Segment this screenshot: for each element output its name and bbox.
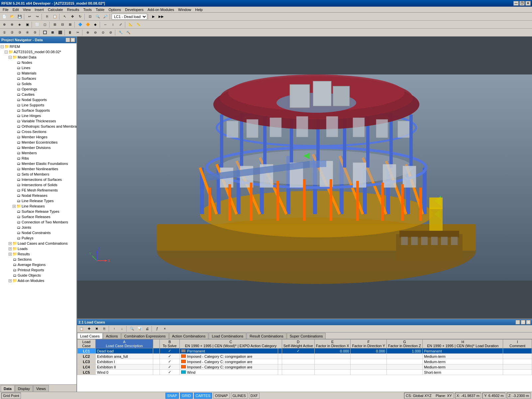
bt-6[interactable]: ↓ xyxy=(118,326,126,332)
paste-btn[interactable]: 📋 xyxy=(51,13,58,20)
tree-item-openings[interactable]: + 🗂 Openings xyxy=(0,86,76,92)
tree-item-ribs[interactable]: + 🗂 Ribs xyxy=(0,156,76,161)
tb3-13[interactable]: ⊙ xyxy=(99,29,107,36)
bt-7[interactable]: 🔍 xyxy=(128,326,136,332)
zoom-fit-btn[interactable]: ⊡ xyxy=(86,13,94,20)
tree-item-nodal-supports[interactable]: + 🗂 Nodal Supports xyxy=(0,97,76,102)
tree-item-members[interactable]: + 🗂 Members xyxy=(0,150,76,156)
tab-result-combinations[interactable]: Result Combinations xyxy=(247,333,286,339)
zoom-in-btn[interactable]: 🔍 xyxy=(94,13,101,20)
menu-calculate[interactable]: Calculate xyxy=(46,7,65,12)
bottom-close[interactable]: ✕ xyxy=(526,320,531,325)
tree-expand-lcc[interactable]: + xyxy=(9,242,12,245)
bt-3[interactable]: ✖ xyxy=(93,326,100,332)
tree-item-member-ecc[interactable]: + 🗂 Member Eccentricities xyxy=(0,140,76,145)
menu-developers[interactable]: Developers xyxy=(123,7,146,12)
tb2-13[interactable]: ↔ xyxy=(102,21,109,28)
bt-4[interactable]: ⎘ xyxy=(101,326,108,332)
tree-item-lines[interactable]: + 🗂 Lines xyxy=(0,65,76,70)
tree-item-nodal-releases[interactable]: + 🗂 Nodal Releases xyxy=(0,193,76,198)
glines-button[interactable]: GLINES xyxy=(231,393,248,399)
tb2-4[interactable]: ▣ xyxy=(24,21,31,28)
tree-item-fe-mesh[interactable]: + 🗂 FE Mesh Refinements xyxy=(0,188,76,193)
table-row[interactable]: LC2 Exhibition area_full ✓ Imposed - Cat… xyxy=(77,354,532,359)
tree-item-member-nonlin[interactable]: + 🗂 Member Nonlinearities xyxy=(0,166,76,172)
tb3-8[interactable]: ⬛ xyxy=(56,29,64,36)
undo-btn[interactable]: ↩ xyxy=(26,13,33,20)
grid-button[interactable]: GRID xyxy=(180,393,193,399)
tree-item-line-supports[interactable]: + 🗂 Line Supports xyxy=(0,102,76,108)
tab-load-cases[interactable]: Load Cases xyxy=(77,333,103,339)
tb3-7[interactable]: 🔳 xyxy=(49,29,56,36)
zoom-out-btn[interactable]: 🔎 xyxy=(102,13,109,20)
tree-expand-lr[interactable]: + xyxy=(13,205,16,208)
menu-window[interactable]: Window xyxy=(176,7,193,12)
tree-item-solids[interactable]: + 🗂 Solids xyxy=(0,81,76,86)
tree-expand-rfem[interactable]: − xyxy=(1,45,4,48)
tab-super-combinations[interactable]: Super Combinations xyxy=(287,333,326,339)
tree-item-results[interactable]: + 📁 Results xyxy=(0,251,76,257)
tree-item-line-release-types[interactable]: + 🗂 Line Release Types xyxy=(0,198,76,203)
tree-item-variable-thick[interactable]: + 🗂 Variable Thicknesses xyxy=(0,118,76,124)
redo-btn[interactable]: ↪ xyxy=(34,13,41,20)
bt-8[interactable]: 📊 xyxy=(136,326,143,332)
menu-insert[interactable]: Insert xyxy=(33,7,46,12)
tree-expand-addon[interactable]: + xyxy=(9,279,12,282)
table-row[interactable]: LC4 Exhibition II ✓ Imposed - Category C… xyxy=(77,364,532,370)
tb3-2[interactable]: ② xyxy=(8,29,16,36)
tree-item-pulleys[interactable]: + 🗂 Pulleys xyxy=(0,235,76,241)
tree-item-modeldata[interactable]: − 📁 Model Data xyxy=(0,55,76,60)
tb3-10[interactable]: ✂ xyxy=(74,29,81,36)
menu-tools[interactable]: Tools xyxy=(81,7,94,12)
tree-item-surf-releases[interactable]: + 🗂 Surface Releases xyxy=(0,214,76,219)
table-row[interactable]: LC3 Exhibition I ✓ Imposed - Category C:… xyxy=(77,359,532,364)
bottom-maximize[interactable]: ❐ xyxy=(521,320,525,325)
table-row[interactable]: LC5 Wind 0 ✓ Wind Short-term xyxy=(77,370,532,375)
tb3-6[interactable]: 🔲 xyxy=(41,29,49,36)
bt-x[interactable]: × xyxy=(161,326,168,332)
tree-item-member-hinges[interactable]: + 🗂 Member Hinges xyxy=(0,134,76,140)
tb2-2[interactable]: ⊗ xyxy=(8,21,16,28)
tb2-17[interactable]: 📏 xyxy=(135,21,142,28)
bt-2[interactable]: ✚ xyxy=(85,326,93,332)
tree-item-cross-sections[interactable]: + 🗂 Cross-Sections xyxy=(0,129,76,134)
tb2-3[interactable]: ◈ xyxy=(16,21,23,28)
tree-item-surfaces[interactable]: + 🗂 Surfaces xyxy=(0,76,76,81)
minimize-button[interactable]: — xyxy=(513,1,519,6)
tb2-12[interactable]: ◆ xyxy=(92,21,99,28)
table-container[interactable]: LoadCase ALoad Case Description BTo Solv… xyxy=(77,339,532,392)
tb2-11[interactable]: 🔶 xyxy=(84,21,91,28)
tb3-4[interactable]: ④ xyxy=(24,29,31,36)
tb2-14[interactable]: ↕ xyxy=(109,21,117,28)
menu-results[interactable]: Results xyxy=(65,7,81,12)
tb3-16[interactable]: 🔨 xyxy=(125,29,132,36)
tb3-5[interactable]: ⑤ xyxy=(31,29,39,36)
tree-expand-results[interactable]: + xyxy=(9,253,12,256)
panel-close[interactable]: ✕ xyxy=(70,38,75,42)
menu-edit[interactable]: Edit xyxy=(11,7,21,12)
menu-options[interactable]: Options xyxy=(106,7,123,12)
bottom-minimize[interactable]: _ xyxy=(515,320,520,325)
menu-help[interactable]: Help xyxy=(193,7,205,12)
tree-item-loads[interactable]: + 📁 Loads xyxy=(0,246,76,251)
bt-5[interactable]: ↑ xyxy=(111,326,118,332)
snap-button[interactable]: SNAP xyxy=(165,393,179,399)
tree-item-member-elastic[interactable]: + 🗂 Member Elastic Foundations xyxy=(0,161,76,166)
tb2-1[interactable]: ⊕ xyxy=(1,21,8,28)
tree-item-addon[interactable]: + 📁 Add-on Modules xyxy=(0,278,76,283)
tab-combination-expr[interactable]: Combination Expressions xyxy=(121,333,169,339)
maximize-button[interactable]: ❐ xyxy=(519,1,525,6)
bt-1[interactable]: 📋 xyxy=(78,326,85,332)
left-tab-display[interactable]: Display xyxy=(15,385,33,392)
tb2-6[interactable]: ◻ xyxy=(41,21,49,28)
tb3-11[interactable]: ⊕ xyxy=(84,29,91,36)
tree-item-loadcases[interactable]: + 📁 Load Cases and Combinations xyxy=(0,241,76,246)
tb2-7[interactable]: ⊞ xyxy=(51,21,58,28)
tb2-16[interactable]: 📐 xyxy=(127,21,134,28)
new-btn[interactable]: 📄 xyxy=(1,13,8,20)
tree-item-materials[interactable]: + 🗂 Materials xyxy=(0,70,76,76)
menu-addon[interactable]: Add-on Modules xyxy=(146,7,176,12)
table-row[interactable]: LC1 Dead load ✓ Permanent ✓ 0.000 0.000 … xyxy=(77,348,532,354)
loadcase-dropdown[interactable]: LC1 - Dead load xyxy=(112,14,147,20)
tree-item-ortho[interactable]: + 🗂 Orthotropic Surfaces and Membranes xyxy=(0,124,76,129)
